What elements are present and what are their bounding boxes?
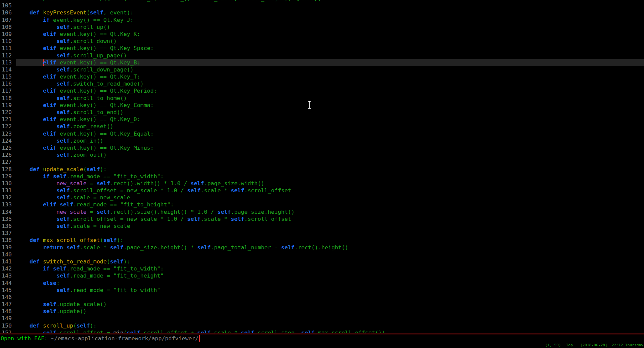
code-text[interactable] bbox=[16, 2, 644, 9]
code-line[interactable]: 133 elif self.read_mode == "fit_to_heigh… bbox=[0, 201, 644, 208]
code-text[interactable]: elif event.key() == Qt.Key_B: bbox=[16, 59, 644, 66]
code-text[interactable]: self.zoom_out() bbox=[16, 151, 644, 158]
code-line[interactable]: 120 self.scroll_to_end() bbox=[0, 109, 644, 116]
code-line[interactable]: 145 self.read_mode = "fit_to_width" bbox=[0, 287, 644, 294]
code-line[interactable]: 140 bbox=[0, 251, 644, 258]
code-text[interactable]: self.scroll_offset = new_scale * 1.0 / s… bbox=[16, 215, 644, 222]
code-line[interactable]: 122 self.zoom_reset() bbox=[0, 123, 644, 130]
code-line[interactable]: 143 self.read_mode = "fit_to_height" bbox=[0, 272, 644, 279]
code-text[interactable]: self.scroll_to_end() bbox=[16, 109, 644, 116]
code-text[interactable]: elif event.key() == Qt.Key_Period: bbox=[16, 87, 644, 94]
code-text[interactable]: self.scroll_to_home() bbox=[16, 95, 644, 102]
code-line[interactable]: 129 if self.read_mode == "fit_to_width": bbox=[0, 173, 644, 180]
code-line[interactable]: 138 def max_scroll_offset(self): bbox=[0, 237, 644, 244]
code-line[interactable]: 123 elif event.key() == Qt.Key_Equal: bbox=[0, 130, 644, 137]
code-text[interactable] bbox=[16, 158, 644, 165]
code-text[interactable]: new_scale = self.rect().size().height() … bbox=[16, 208, 644, 215]
code-text[interactable]: elif event.key() == Qt.Key_0: bbox=[16, 116, 644, 123]
code-line[interactable]: 115 elif event.key() == Qt.Key_T: bbox=[0, 73, 644, 80]
code-line[interactable]: 113 elif event.key() == Qt.Key_B: bbox=[0, 59, 644, 66]
code-text[interactable]: elif event.key() == Qt.Key_Minus: bbox=[16, 144, 644, 151]
code-line[interactable]: 112 self.scroll_up_page() bbox=[0, 52, 644, 59]
code-buffer[interactable]: painter.drawPixmap(QRect(render_x, rende… bbox=[0, 0, 644, 333]
code-text[interactable]: self.scroll_down_page() bbox=[16, 66, 644, 73]
code-line[interactable]: 125 elif event.key() == Qt.Key_Minus: bbox=[0, 144, 644, 151]
line-number: 145 bbox=[0, 287, 16, 294]
code-line[interactable]: 127 bbox=[0, 158, 644, 165]
code-line[interactable]: 119 elif event.key() == Qt.Key_Comma: bbox=[0, 102, 644, 109]
code-text[interactable]: elif event.key() == Qt.Key_Equal: bbox=[16, 130, 644, 137]
code-text[interactable]: return self.scale * self.page_size.heigh… bbox=[16, 244, 644, 251]
code-line[interactable]: 136 self.scale = new_scale bbox=[0, 222, 644, 230]
code-text[interactable]: self.update() bbox=[16, 308, 644, 315]
code-line[interactable]: 111 elif event.key() == Qt.Key_Space: bbox=[0, 45, 644, 52]
code-text[interactable] bbox=[16, 251, 644, 258]
code-line[interactable]: 131 self.scroll_offset = new_scale * 1.0… bbox=[0, 187, 644, 194]
code-line[interactable]: 139 return self.scale * self.page_size.h… bbox=[0, 244, 644, 251]
minibuffer[interactable]: Open with EAF: ~/emacs-application-frame… bbox=[1, 335, 200, 342]
code-text[interactable]: self.update_scale() bbox=[16, 301, 644, 308]
code-text[interactable]: if self.read_mode == "fit_to_width": bbox=[16, 173, 644, 180]
code-text[interactable]: self.read_mode = "fit_to_width" bbox=[16, 287, 644, 294]
code-text[interactable] bbox=[16, 294, 644, 301]
code-text[interactable]: def keyPressEvent(self, event): bbox=[16, 9, 644, 16]
code-text[interactable]: def max_scroll_offset(self): bbox=[16, 237, 644, 244]
code-line[interactable]: 116 self.switch_to_read_mode() bbox=[0, 80, 644, 87]
code-line[interactable]: 144 else: bbox=[0, 280, 644, 287]
code-line[interactable]: 147 self.update_scale() bbox=[0, 301, 644, 308]
code-text[interactable]: if event.key() == Qt.Key_J: bbox=[16, 16, 644, 23]
code-text[interactable]: def update_scale(self): bbox=[16, 166, 644, 173]
code-text[interactable]: elif self.read_mode == "fit_to_height": bbox=[16, 201, 644, 208]
code-line[interactable]: 105 bbox=[0, 2, 644, 9]
code-line[interactable]: 128 def update_scale(self): bbox=[0, 166, 644, 173]
code-line[interactable]: 109 elif event.key() == Qt.Key_K: bbox=[0, 31, 644, 38]
code-line[interactable]: 148 self.update() bbox=[0, 308, 644, 315]
code-text[interactable]: self.scale = new_scale bbox=[16, 222, 644, 230]
code-text[interactable]: new_scale = self.rect().width() * 1.0 / … bbox=[16, 180, 644, 187]
line-number: 107 bbox=[0, 16, 16, 23]
code-line[interactable]: 137 bbox=[0, 230, 644, 237]
code-text[interactable]: self.scroll_down() bbox=[16, 38, 644, 45]
code-line[interactable]: 130 new_scale = self.rect().width() * 1.… bbox=[0, 180, 644, 187]
code-text[interactable]: elif event.key() == Qt.Key_Comma: bbox=[16, 102, 644, 109]
code-line[interactable]: 126 self.zoom_out() bbox=[0, 151, 644, 158]
code-line[interactable]: 151 self.scroll_offset = min(self.scroll… bbox=[0, 329, 644, 333]
code-text[interactable]: def scroll_up(self): bbox=[16, 322, 644, 329]
code-line[interactable]: 141 def switch_to_read_mode(self): bbox=[0, 258, 644, 265]
code-text[interactable]: self.read_mode = "fit_to_height" bbox=[16, 272, 644, 279]
code-text[interactable]: self.zoom_in() bbox=[16, 137, 644, 144]
code-line[interactable]: 110 self.scroll_down() bbox=[0, 38, 644, 45]
code-text[interactable]: elif event.key() == Qt.Key_K: bbox=[16, 31, 644, 38]
code-text[interactable]: self.zoom_reset() bbox=[16, 123, 644, 130]
code-line[interactable]: 150 def scroll_up(self): bbox=[0, 322, 644, 329]
code-text[interactable] bbox=[16, 230, 644, 237]
code-line[interactable]: 106 def keyPressEvent(self, event): bbox=[0, 9, 644, 16]
code-line[interactable]: 117 elif event.key() == Qt.Key_Period: bbox=[0, 87, 644, 94]
code-line[interactable]: 146 bbox=[0, 294, 644, 301]
code-line[interactable]: 121 elif event.key() == Qt.Key_0: bbox=[0, 116, 644, 123]
code-line[interactable]: 108 self.scroll_up() bbox=[0, 23, 644, 31]
code-line[interactable]: 114 self.scroll_down_page() bbox=[0, 66, 644, 73]
code-line[interactable]: 124 self.zoom_in() bbox=[0, 137, 644, 144]
code-text[interactable]: else: bbox=[16, 280, 644, 287]
code-line[interactable]: 134 new_scale = self.rect().size().heigh… bbox=[0, 208, 644, 215]
code-text[interactable]: self.scale = new_scale bbox=[16, 194, 644, 201]
code-line[interactable]: 118 self.scroll_to_home() bbox=[0, 95, 644, 102]
code-line[interactable]: 107 if event.key() == Qt.Key_J: bbox=[0, 16, 644, 23]
code-text[interactable]: self.scroll_up() bbox=[16, 23, 644, 31]
code-text[interactable]: self.scroll_offset = new_scale * 1.0 / s… bbox=[16, 187, 644, 194]
code-text[interactable] bbox=[16, 315, 644, 322]
code-text[interactable]: self.switch_to_read_mode() bbox=[16, 80, 644, 87]
code-line[interactable]: 142 if self.read_mode == "fit_to_width": bbox=[0, 265, 644, 272]
code-text[interactable]: elif event.key() == Qt.Key_Space: bbox=[16, 45, 644, 52]
minibuffer-input[interactable]: ~/emacs-application-framework/app/pdfvie… bbox=[51, 335, 199, 342]
code-text[interactable]: self.scroll_offset = min(self.scroll_off… bbox=[16, 329, 644, 333]
code-line[interactable]: 132 self.scale = new_scale bbox=[0, 194, 644, 201]
code-text[interactable]: if self.read_mode == "fit_to_width": bbox=[16, 265, 644, 272]
line-number: 111 bbox=[0, 45, 16, 52]
code-line[interactable]: 149 bbox=[0, 315, 644, 322]
code-line[interactable]: 135 self.scroll_offset = new_scale * 1.0… bbox=[0, 215, 644, 222]
code-text[interactable]: def switch_to_read_mode(self): bbox=[16, 258, 644, 265]
code-text[interactable]: self.scroll_up_page() bbox=[16, 52, 644, 59]
code-text[interactable]: elif event.key() == Qt.Key_T: bbox=[16, 73, 644, 80]
